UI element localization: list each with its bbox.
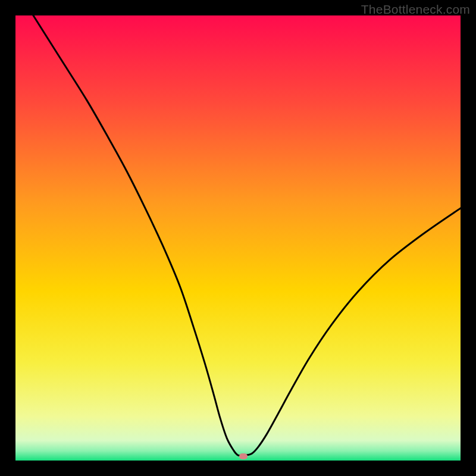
optimal-point-marker <box>239 453 248 459</box>
chart-frame: TheBottleneck.com <box>0 0 476 476</box>
curve-layer <box>15 15 461 461</box>
plot-area <box>15 15 461 461</box>
bottleneck-curve <box>33 15 461 456</box>
watermark-text: TheBottleneck.com <box>361 2 470 17</box>
